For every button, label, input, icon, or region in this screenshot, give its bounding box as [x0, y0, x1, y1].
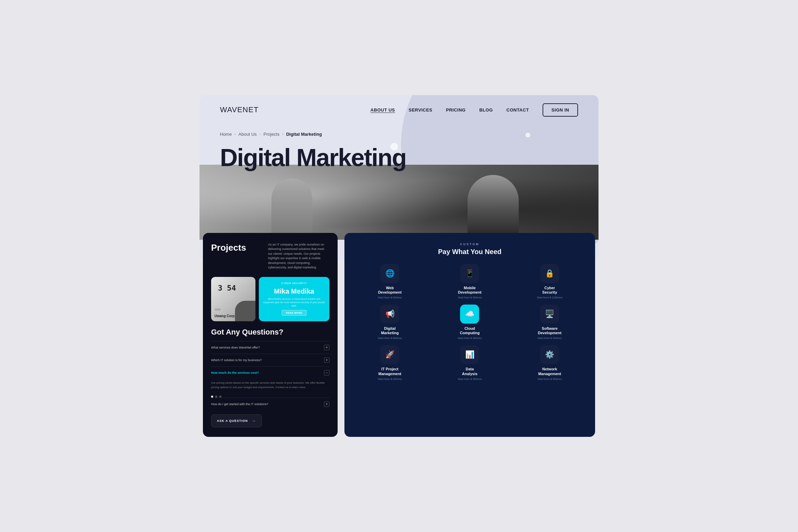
mobile-development-price: Start from $ 900/mo — [458, 296, 482, 299]
ask-button-label: ASK A QUESTION — [217, 419, 248, 423]
megaphone-icon: 📢 — [385, 310, 395, 319]
software-development-icon-wrap: 🖥️ — [540, 305, 559, 324]
it-project-icon-wrap: 🚀 — [380, 345, 399, 364]
read-more-button[interactable]: READ MORE — [282, 310, 307, 316]
nav-blog[interactable]: BLOG — [479, 107, 493, 113]
project-tag: CYBER SECURITY — [281, 282, 307, 284]
cloud-computing-icon-wrap: ☁️ — [460, 305, 479, 324]
project-year: 2022 — [215, 308, 221, 311]
projects-description: As an IT company, we pride ourselves on … — [268, 242, 329, 270]
mobile-icon: 📱 — [465, 269, 474, 278]
ask-question-button[interactable]: ASK A QUESTION → — [211, 414, 262, 427]
service-cyber-security[interactable]: 🔒 CyberSecurity Start from $ 1200/mo — [513, 264, 587, 299]
breadcrumb-projects[interactable]: Projects — [264, 132, 280, 137]
service-software-development[interactable]: 🖥️ SoftwareDevelopment Start from $ 200/… — [513, 305, 587, 340]
custom-label: CUSTOM — [353, 242, 587, 246]
cloud-computing-name: CloudComputing — [460, 326, 479, 335]
digital-marketing-price: Start from $ 800/mo — [378, 337, 402, 340]
services-grid: 🌐 WebDevelopment Start from $ 600/mo 📱 M… — [353, 264, 587, 381]
cyber-security-price: Start from $ 1200/mo — [537, 296, 562, 299]
nav-pricing[interactable]: PRICING — [446, 107, 466, 113]
lock-icon: 🔒 — [545, 269, 554, 278]
nav-services[interactable]: SERVICES — [409, 107, 432, 113]
arrow-icon: → — [251, 418, 256, 424]
software-development-price: Start from $ 200/mo — [537, 337, 562, 340]
hero-image-strip — [200, 165, 598, 240]
projects-title: Projects — [211, 242, 246, 253]
network-management-price: Start from $ 600/mo — [537, 378, 562, 381]
digital-marketing-name: DigitalMarketing — [381, 326, 399, 335]
cyber-security-name: CyberSecurity — [542, 286, 557, 295]
project-name-big: Mika Medika — [274, 287, 314, 295]
it-project-price: Start from $ 200/mo — [378, 378, 402, 381]
right-card: CUSTOM Pay What You Need 🌐 WebDevelopmen… — [344, 233, 595, 437]
pay-title: Pay What You Need — [353, 248, 587, 256]
faq-question-2: Which IT solution is for my business? — [211, 358, 262, 362]
monitor-icon: 🖥️ — [545, 310, 554, 319]
faq-question-3: How much do the services cost? — [211, 371, 259, 374]
cloud-computing-price: Start from $ 300/mo — [458, 337, 482, 340]
project-description-small: Mika Medika services, a cloud-based solu… — [263, 297, 325, 307]
left-card: Projects As an IT company, we pride ours… — [203, 233, 338, 437]
breadcrumb-sep-3: › — [282, 132, 283, 136]
data-analysis-icon-wrap: 📊 — [460, 345, 479, 364]
nav-links: ABOUT US SERVICES PRICING BLOG CONTACT — [370, 107, 529, 113]
faq-toggle-2[interactable]: + — [324, 357, 329, 363]
breadcrumb-home[interactable]: Home — [220, 132, 232, 137]
web-development-icon-wrap: 🌐 — [380, 264, 399, 283]
faq-toggle-1[interactable]: + — [324, 345, 329, 350]
gear-icon: ⚙️ — [545, 350, 554, 359]
faq-answer: Our pricing varies based on the specific… — [211, 379, 329, 392]
service-cloud-computing[interactable]: ☁️ CloudComputing Start from $ 300/mo — [432, 305, 507, 340]
mobile-development-icon-wrap: 📱 — [460, 264, 479, 283]
software-development-name: SoftwareDevelopment — [538, 326, 561, 335]
digital-marketing-icon-wrap: 📢 — [380, 305, 399, 324]
brand-name-light: NET — [242, 105, 258, 114]
data-analysis-price: Start from $ 900/mo — [458, 378, 482, 381]
service-it-project-management[interactable]: 🚀 IT ProjectManagement Start from $ 200/… — [353, 345, 427, 380]
project-company-name: Uwang Corp. — [215, 314, 236, 318]
person-silhouette-right — [468, 175, 519, 240]
page-wrapper: WAVENET ABOUT US SERVICES PRICING BLOG C… — [200, 95, 598, 437]
service-digital-marketing[interactable]: 📢 DigitalMarketing Start from $ 800/mo — [353, 305, 427, 340]
sign-in-button[interactable]: SIGN IN — [543, 103, 578, 117]
brand-logo[interactable]: WAVENET — [220, 105, 258, 114]
breadcrumb-sep-1: › — [235, 132, 236, 136]
person-silhouette-left — [271, 178, 312, 240]
rocket-icon: 🚀 — [385, 350, 395, 359]
cards-row: Projects As an IT company, we pride ours… — [200, 233, 598, 437]
faq-item-1[interactable]: What services does WaveNet offer? + — [211, 341, 329, 354]
cloud-icon: ☁️ — [465, 310, 474, 319]
faq-question-1: What services does WaveNet offer? — [211, 346, 260, 349]
faq-item-4[interactable]: How do I get started with the IT solutio… — [211, 398, 329, 410]
data-analysis-name: DataAnalysis — [462, 367, 477, 376]
project-card-right: CYBER SECURITY Mika Medika Mika Medika s… — [259, 277, 329, 321]
network-management-name: NetworkManagement — [538, 367, 561, 376]
breadcrumb-about-us[interactable]: About Us — [238, 132, 256, 137]
web-icon: 🌐 — [385, 269, 395, 278]
service-mobile-development[interactable]: 📱 MobileDevelopment Start from $ 900/mo — [432, 264, 507, 299]
cyber-security-icon-wrap: 🔒 — [540, 264, 559, 283]
network-management-icon-wrap: ⚙️ — [540, 345, 559, 364]
mobile-development-name: MobileDevelopment — [458, 286, 482, 295]
project-images: 2022 Uwang Corp. CYBER SECURITY Mika Med… — [211, 277, 329, 321]
brand-name-bold: WAVE — [220, 105, 242, 114]
faq-title: Got Any Questions? — [211, 328, 329, 336]
project-image-left: 2022 Uwang Corp. — [211, 277, 255, 321]
navbar: WAVENET ABOUT US SERVICES PRICING BLOG C… — [200, 95, 598, 125]
web-development-name: WebDevelopment — [378, 286, 402, 295]
service-web-development[interactable]: 🌐 WebDevelopment Start from $ 600/mo — [353, 264, 427, 299]
nav-about-us[interactable]: ABOUT US — [370, 107, 395, 113]
service-data-analysis[interactable]: 📊 DataAnalysis Start from $ 900/mo — [432, 345, 507, 380]
faq-item-3[interactable]: How much do the services cost? − — [211, 366, 329, 379]
web-development-price: Start from $ 600/mo — [378, 296, 402, 299]
nav-contact[interactable]: CONTACT — [506, 107, 529, 113]
faq-toggle-3[interactable]: − — [324, 370, 329, 375]
service-network-management[interactable]: ⚙️ NetworkManagement Start from $ 600/mo — [513, 345, 587, 380]
projects-header: Projects As an IT company, we pride ours… — [211, 242, 329, 270]
faq-item-2[interactable]: Which IT solution is for my business? + — [211, 354, 329, 366]
breadcrumb-sep-2: › — [260, 132, 261, 136]
it-project-name: IT ProjectManagement — [379, 367, 401, 376]
faq-toggle-4[interactable]: + — [324, 401, 329, 407]
faq-section: Got Any Questions? What services does Wa… — [211, 328, 329, 428]
